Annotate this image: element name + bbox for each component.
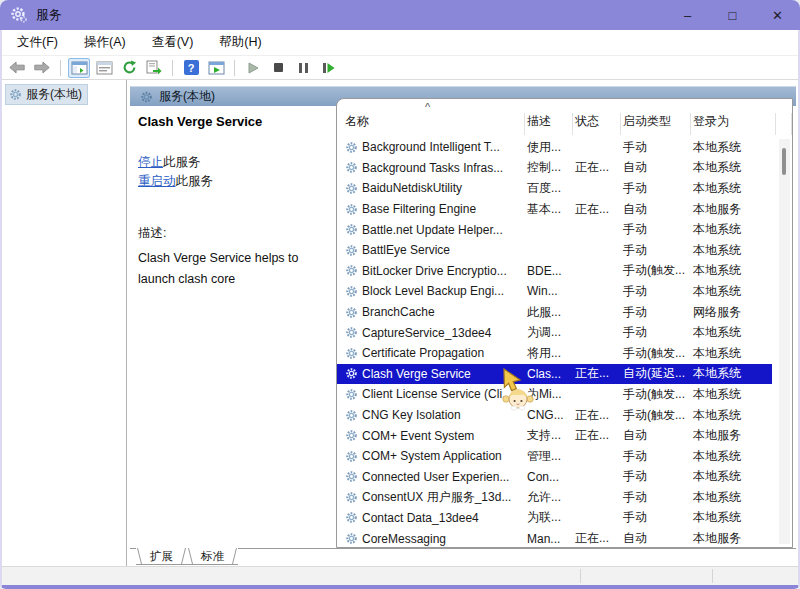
tab-extended[interactable]: 扩展 [136,548,187,565]
stop-service-link[interactable]: 停止 [138,155,163,169]
table-row[interactable]: Background Tasks Infras... 控制... 正在... 自… [337,158,772,179]
table-row[interactable]: Clash Verge Service Clas... 正在... 自动(延迟.… [337,364,772,385]
service-logon-as: 本地系统 [691,345,776,362]
service-name: Block Level Backup Engi... [362,284,504,298]
pause-service-icon[interactable] [292,58,314,78]
table-row[interactable]: BitLocker Drive Encryptio... BDE... 手动(触… [337,261,772,282]
menu-action[interactable]: 操作(A) [71,31,139,54]
view-tabs: 扩展 标准 [130,548,796,566]
forward-icon[interactable] [31,58,53,78]
service-logon-as: 本地系统 [691,448,776,465]
column-header-description[interactable]: 描述 [525,113,573,135]
table-row[interactable]: Base Filtering Engine 基本... 正在... 自动 本地服… [337,199,772,220]
service-name: ConsentUX 用户服务_13d... [362,489,511,506]
service-logon-as: 本地系统 [691,468,776,485]
table-row[interactable]: COM+ System Application 管理... 手动 本地系统 [337,446,772,467]
service-startup-type: 手动 [621,242,691,259]
table-row[interactable]: COM+ Event System 支持... 正在... 自动 本地服务 [337,425,772,446]
refresh-icon[interactable] [118,58,140,78]
service-logon-as: 本地系统 [691,489,776,506]
service-gear-icon [345,285,358,298]
tab-standard[interactable]: 标准 [187,548,238,565]
menu-file[interactable]: 文件(F) [4,31,71,54]
service-gear-icon [345,326,358,339]
table-row[interactable]: BaiduNetdiskUtility 百度... 手动 本地系统 [337,178,772,199]
service-gear-icon [345,491,358,504]
toolbar-separator [234,60,235,76]
start-service-icon[interactable] [242,58,264,78]
stop-service-icon[interactable] [267,58,289,78]
table-row[interactable]: BattlEye Service 手动 本地系统 [337,240,772,261]
service-name: Connected User Experien... [362,470,509,484]
stop-service-line: 停止此服务 [138,153,330,172]
scrollbar-thumb[interactable] [782,148,786,175]
service-description: 为调... [525,324,573,341]
service-description: Con... [525,470,573,484]
service-gear-icon [345,161,358,174]
service-name: Client License Service (Cli... [362,387,512,401]
service-description: Clas... [525,367,573,381]
restart-service-link[interactable]: 重启动 [138,174,176,188]
service-logon-as: 本地系统 [691,283,776,300]
column-header-startup-type[interactable]: 启动类型 [621,113,691,135]
status-bar-divider [580,569,581,583]
service-status: 正在... [573,427,621,444]
toolbar: ? [0,56,800,80]
column-header-status[interactable]: 状态 [573,113,621,135]
table-row[interactable]: ConsentUX 用户服务_13d... 允许... 手动 本地系统 [337,487,772,508]
table-row[interactable]: CaptureService_13dee4 为调... 手动 本地系统 [337,322,772,343]
table-row[interactable]: BranchCache 此服... 手动 网络服务 [337,302,772,323]
menu-help[interactable]: 帮助(H) [206,31,274,54]
service-gear-icon [345,409,358,422]
maximize-button[interactable]: □ [710,0,755,30]
export-list-icon[interactable] [143,58,165,78]
menu-view[interactable]: 查看(V) [139,31,207,54]
service-status: 正在... [573,365,621,382]
table-row[interactable]: Battle.net Update Helper... 手动 本地系统 [337,219,772,240]
service-startup-type: 自动(延迟... [621,365,691,382]
table-row[interactable]: Background Intelligent T... 使用... 手动 本地系… [337,137,772,158]
table-row[interactable]: Contact Data_13dee4 为联... 手动 本地系统 [337,508,772,529]
service-name-cell: CoreMessaging [343,532,525,546]
services-gear-icon [140,90,153,104]
service-name-cell: Background Tasks Infras... [343,161,525,175]
table-row[interactable]: Block Level Backup Engi... Win... 手动 本地系… [337,281,772,302]
column-header-name[interactable]: 名称 [343,113,525,135]
restart-service-icon[interactable] [317,58,339,78]
service-description: 为联... [525,509,573,526]
service-startup-type: 手动 [621,180,691,197]
table-row[interactable]: CNG Key Isolation CNG... 正在... 手动(触发... … [337,405,772,426]
tree-item-services-local[interactable]: 服务(本地) [5,84,88,105]
close-button[interactable]: ✕ [755,0,800,30]
service-description: 为Mi... [525,386,573,403]
back-icon[interactable] [6,58,28,78]
service-startup-type: 手动 [621,139,691,156]
service-name: Background Tasks Infras... [362,161,503,175]
service-description: 控制... [525,159,573,176]
service-name: BaiduNetdiskUtility [362,181,462,195]
minimize-button[interactable]: – [665,0,710,30]
service-gear-icon [345,306,358,319]
service-logon-as: 本地系统 [691,242,776,259]
table-row[interactable]: Certificate Propagation 将用... 手动(触发... 本… [337,343,772,364]
service-logon-as: 本地服务 [691,201,776,218]
service-name: Background Intelligent T... [362,140,500,154]
show-console-tree-icon[interactable] [68,58,90,78]
service-description: 基本... [525,201,573,218]
vertical-scrollbar[interactable] [779,139,790,544]
service-startup-type: 自动 [621,201,691,218]
service-description: 允许... [525,489,573,506]
show-window-icon[interactable] [205,58,227,78]
properties-icon[interactable] [93,58,115,78]
console-tree-panel: 服务(本地) [2,80,127,585]
table-row[interactable]: CoreMessaging Man... 正在... 自动 本地服务 [337,528,772,547]
table-row[interactable]: Connected User Experien... Con... 手动 本地系… [337,467,772,488]
services-window: 服务 – □ ✕ 文件(F) 操作(A) 查看(V) 帮助(H) [0,0,800,589]
help-icon[interactable]: ? [180,58,202,78]
toolbar-separator [60,60,61,76]
stop-suffix: 此服务 [163,155,201,169]
table-row[interactable]: Client License Service (Cli... 为Mi... 手动… [337,384,772,405]
restart-suffix: 此服务 [176,174,214,188]
service-gear-icon [345,264,358,277]
column-header-logon-as[interactable]: 登录为 [691,113,776,135]
